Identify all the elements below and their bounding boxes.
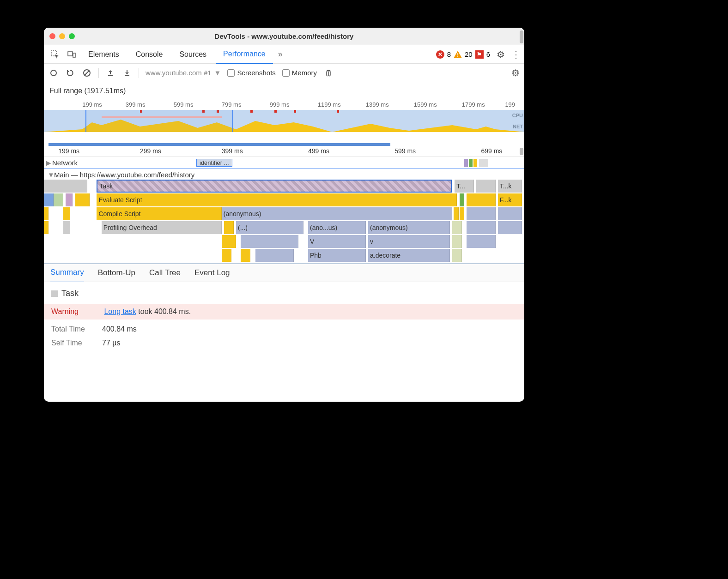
memory-checkbox[interactable]: Memory (282, 69, 317, 77)
svg-rect-1 (68, 52, 73, 56)
flame-bar[interactable] (467, 207, 495, 220)
self-time-value: 77 µs (102, 339, 120, 347)
tab-call-tree[interactable]: Call Tree (149, 263, 181, 283)
flame-anonymous[interactable]: (anonymous) (222, 207, 452, 220)
flame-bar[interactable] (222, 235, 236, 248)
profile-selector[interactable]: www.youtube.com #1 ▼ (146, 69, 221, 77)
warning-count[interactable]: 20 (465, 50, 473, 58)
flame-bar[interactable] (454, 207, 458, 220)
devtools-window: DevTools - www.youtube.com/feed/history … (44, 28, 524, 402)
error-icon[interactable]: ✕ (436, 50, 444, 59)
scrollbar[interactable] (520, 148, 523, 155)
collapse-icon[interactable]: ▼ (48, 171, 54, 179)
flame-bar[interactable] (44, 180, 87, 193)
flame-bar[interactable]: a.decorate (368, 249, 450, 262)
flame-bar[interactable] (460, 193, 464, 206)
overview-graph[interactable]: || || (44, 110, 524, 132)
clear-button[interactable] (82, 68, 92, 78)
flame-bar[interactable] (241, 249, 250, 262)
ov-tick: 999 ms (270, 101, 290, 108)
tab-event-log[interactable]: Event Log (194, 263, 230, 283)
reload-button[interactable] (65, 68, 75, 78)
issue-icon[interactable]: ⚑ (475, 50, 484, 59)
flame-bar[interactable] (222, 249, 231, 262)
long-task-link[interactable]: Long task (104, 308, 136, 315)
maximize-icon[interactable] (69, 33, 75, 39)
flame-bar[interactable] (224, 221, 234, 234)
expand-icon[interactable]: ▶ (46, 159, 52, 167)
tab-summary[interactable]: Summary (50, 263, 84, 283)
flame-bar[interactable]: T... (455, 180, 474, 193)
flame-bar[interactable]: v (368, 235, 450, 248)
upload-icon[interactable] (105, 68, 115, 78)
settings-icon[interactable]: ⚙ (497, 49, 505, 60)
flame-bar[interactable] (498, 221, 522, 234)
close-icon[interactable] (49, 33, 55, 39)
flame-bar[interactable] (452, 249, 462, 262)
scrollbar[interactable] (520, 30, 523, 43)
flame-bar[interactable]: V (308, 235, 366, 248)
flame-task-selected[interactable]: Task (97, 180, 452, 193)
status-counters: ✕ 8 20 ⚑ 6 ⚙ ⋮ (436, 49, 521, 60)
timeline-ticks: 199 ms 299 ms 399 ms 499 ms 599 ms 699 m… (44, 146, 524, 157)
minimize-icon[interactable] (59, 33, 65, 39)
flame-chart[interactable]: Task T... T...k Evaluate Script F...k Co… (44, 180, 524, 263)
download-icon[interactable] (122, 68, 132, 78)
capture-settings-icon[interactable]: ⚙ (511, 67, 520, 78)
flame-bar[interactable] (44, 207, 49, 220)
tab-sources[interactable]: Sources (172, 45, 214, 64)
flame-bar[interactable] (63, 207, 71, 220)
inspect-element-icon[interactable] (48, 47, 62, 62)
flame-profiling-overhead[interactable]: Profiling Overhead (102, 221, 222, 234)
record-button[interactable] (49, 68, 59, 78)
range-label: Full range (1917.51ms) (44, 82, 524, 100)
flame-bar[interactable] (44, 221, 49, 234)
flame-bar[interactable]: T...k (498, 180, 522, 193)
flame-compile-script[interactable]: Compile Script (97, 207, 221, 220)
tab-elements[interactable]: Elements (81, 45, 127, 64)
more-tabs-icon[interactable]: » (275, 49, 286, 59)
main-track-header[interactable]: ▼ Main — https://www.youtube.com/feed/hi… (44, 169, 524, 180)
total-time-value: 400.84 ms (102, 325, 137, 333)
flame-bar[interactable] (66, 193, 73, 206)
kebab-icon[interactable]: ⋮ (511, 49, 521, 60)
overview[interactable]: 199 ms 399 ms 599 ms 799 ms 999 ms 1199 … (44, 100, 524, 146)
screenshots-checkbox[interactable]: Screenshots (227, 69, 275, 77)
flame-bar[interactable]: (anonymous) (368, 221, 450, 234)
flame-bar[interactable]: Phb (308, 249, 366, 262)
svg-rect-2 (73, 53, 75, 57)
tab-bottom-up[interactable]: Bottom-Up (98, 263, 135, 283)
flame-bar[interactable] (476, 180, 496, 193)
network-track[interactable]: ▶ Network identifier ... (44, 157, 524, 169)
svg-rect-7 (327, 70, 330, 71)
flame-bar[interactable] (452, 221, 462, 234)
flame-evaluate-script[interactable]: Evaluate Script (97, 193, 457, 206)
error-count[interactable]: 8 (447, 50, 451, 58)
profile-name: www.youtube.com #1 (146, 69, 212, 77)
flame-bar[interactable]: (ano...us) (308, 221, 366, 234)
flame-bar[interactable] (63, 221, 71, 234)
flame-bar[interactable] (255, 249, 294, 262)
device-toggle-icon[interactable] (64, 47, 79, 62)
flame-bar[interactable] (452, 235, 462, 248)
flame-bar[interactable] (498, 207, 522, 220)
garbage-collect-icon[interactable] (323, 68, 334, 78)
flame-bar[interactable] (75, 193, 90, 206)
warning-icon[interactable] (454, 51, 462, 58)
flame-bar[interactable] (467, 193, 495, 206)
flame-bar[interactable] (44, 193, 54, 206)
network-request-box[interactable]: identifier ... (196, 159, 232, 167)
ov-tick: 199 ms (82, 101, 102, 108)
overview-selection[interactable]: || || (85, 110, 233, 132)
tab-console[interactable]: Console (128, 45, 170, 64)
flame-bar[interactable] (467, 235, 495, 248)
ov-tick: 599 ms (174, 101, 194, 108)
flame-bar[interactable] (54, 193, 63, 206)
flame-bar[interactable] (467, 221, 495, 234)
tab-performance[interactable]: Performance (216, 45, 273, 64)
flame-bar[interactable] (241, 235, 298, 248)
flame-bar[interactable]: F...k (498, 193, 522, 206)
flame-bar[interactable]: (...) (236, 221, 303, 234)
flame-bar[interactable] (460, 207, 464, 220)
issue-count[interactable]: 6 (486, 50, 490, 58)
